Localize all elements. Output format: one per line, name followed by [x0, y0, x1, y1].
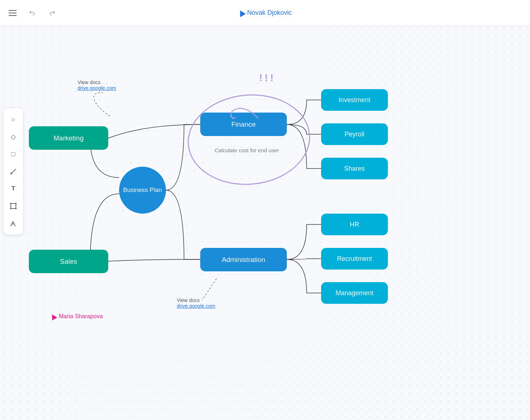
finance-circle-annotation	[184, 89, 314, 190]
cursor-blue-icon	[237, 9, 246, 17]
frame-tool[interactable]	[6, 199, 20, 213]
marketing-label: Marketing	[53, 134, 83, 142]
svg-point-0	[10, 173, 12, 175]
investment-label: Investment	[338, 96, 370, 104]
business-plan-node[interactable]: Business Plan	[119, 167, 166, 214]
circle-tool[interactable]: ○	[6, 113, 20, 126]
management-node[interactable]: Management	[321, 282, 388, 304]
finance-annotation: Calculate cost for end user	[215, 147, 279, 153]
cursor-pink-icon	[49, 313, 57, 320]
connector-tool[interactable]	[6, 165, 20, 178]
tool-panel: ○ ◇ □ T	[4, 108, 23, 235]
business-plan-label: Business Plan	[123, 186, 162, 194]
menu-button[interactable]	[6, 8, 19, 18]
investment-node[interactable]: Investment	[321, 89, 388, 111]
user-novak-name: Novak Djokovic	[247, 9, 292, 17]
hr-node[interactable]: HR	[321, 214, 388, 235]
purple-exclamation-annotation: !!!	[259, 72, 276, 84]
management-label: Management	[336, 289, 373, 297]
toolbar-left	[6, 7, 59, 19]
finance-node[interactable]: Finance	[200, 113, 287, 136]
finance-label: Finance	[231, 121, 256, 128]
view-docs-topleft: View docs drive.google.com	[78, 79, 116, 91]
redo-button[interactable]	[45, 7, 59, 19]
user-maria-name: Maria Sharapova	[59, 313, 103, 320]
user-maria-label: Maria Sharapova	[51, 313, 103, 320]
view-docs-bottom: View docs drive.google.com	[177, 297, 215, 309]
svg-point-2	[10, 203, 12, 204]
administration-label: Administration	[222, 256, 265, 264]
recruitment-label: Recruitment	[337, 255, 372, 263]
sales-label: Sales	[60, 258, 77, 266]
view-docs-bottom-label: View docs	[177, 297, 215, 303]
svg-point-3	[15, 203, 17, 204]
svg-point-4	[10, 208, 12, 209]
text-tool[interactable]: T	[6, 182, 20, 196]
canvas[interactable]: !!! Business Plan Finance Calculate cost…	[0, 26, 530, 420]
recruitment-node[interactable]: Recruitment	[321, 248, 388, 270]
view-docs-topleft-label: View docs	[78, 79, 116, 85]
payroll-node[interactable]: Peyroll	[321, 123, 388, 145]
eraser-tool[interactable]	[6, 216, 20, 230]
shares-label: Shares	[344, 165, 365, 172]
payroll-label: Peyroll	[345, 131, 364, 138]
toolbar: Novak Djokovic	[0, 0, 530, 26]
user-novak-label: Novak Djokovic	[238, 9, 292, 17]
shares-node[interactable]: Shares	[321, 158, 388, 179]
hr-label: HR	[350, 221, 359, 228]
diamond-tool[interactable]: ◇	[6, 130, 20, 144]
administration-node[interactable]: Administration	[200, 248, 287, 271]
svg-point-5	[15, 208, 17, 209]
drive-link-bottom[interactable]: drive.google.com	[177, 303, 215, 309]
finance-note-text: Calculate cost for end user	[215, 147, 279, 153]
drive-link-topleft[interactable]: drive.google.com	[78, 85, 116, 91]
sales-node[interactable]: Sales	[29, 250, 108, 273]
svg-rect-1	[11, 204, 16, 209]
undo-button[interactable]	[25, 7, 39, 19]
rectangle-tool[interactable]: □	[6, 147, 20, 161]
marketing-node[interactable]: Marketing	[29, 126, 108, 150]
